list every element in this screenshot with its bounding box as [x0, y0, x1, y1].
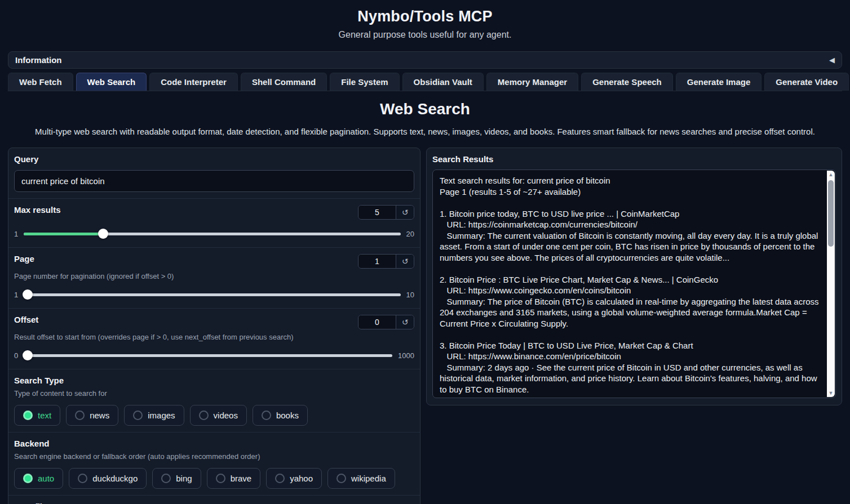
tab-generate-image[interactable]: Generate Image — [676, 73, 762, 91]
information-accordion[interactable]: Information ◀ — [8, 51, 842, 69]
backend-info: Search engine backend or fallback order … — [14, 452, 414, 461]
search-results-panel: Search Results Text search results for: … — [426, 148, 842, 405]
offset-info: Result offset to start from (overrides p… — [14, 333, 414, 341]
radio-circle-icon — [216, 474, 225, 483]
backend-option-duckduckgo[interactable]: duckduckgo — [69, 468, 147, 489]
scroll-up-icon[interactable]: ▲ — [827, 171, 835, 179]
radio-option-label: videos — [214, 411, 238, 420]
radio-option-label: bing — [176, 474, 192, 483]
page-reset-button[interactable]: ↺ — [396, 255, 414, 268]
backend-option-bing[interactable]: bing — [152, 468, 201, 489]
page-number-input[interactable] — [358, 255, 396, 268]
date-filter-label: Date filter — [14, 502, 53, 504]
page-min-label: 1 — [14, 291, 18, 299]
search-form-panel: Query Max results ↺ 1 — [8, 148, 420, 504]
offset-reset-button[interactable]: ↺ — [396, 315, 414, 329]
backend-label: Backend — [14, 439, 50, 448]
scroll-down-icon[interactable]: ▼ — [827, 389, 835, 397]
slider-handle[interactable] — [98, 229, 108, 239]
search-type-block: Search Type Type of content to search fo… — [8, 369, 420, 432]
results-textarea[interactable]: Text search results for: current price o… — [432, 170, 836, 398]
query-label: Query — [14, 154, 38, 164]
radio-circle-icon — [337, 474, 346, 483]
tab-generate-video[interactable]: Generate Video — [764, 73, 849, 91]
max-results-block: Max results ↺ 1 20 — [8, 199, 420, 248]
radio-option-label: brave — [231, 474, 252, 483]
slider-handle[interactable] — [23, 289, 33, 300]
results-text: Text search results for: current price o… — [433, 170, 826, 398]
app-title: Nymbo/Tools MCP — [8, 8, 842, 25]
slider-track — [24, 354, 392, 357]
backend-option-wikipedia[interactable]: wikipedia — [327, 468, 395, 489]
max-results-max-label: 20 — [406, 230, 414, 238]
radio-circle-icon — [78, 474, 87, 483]
backend-option-brave[interactable]: brave — [207, 468, 261, 489]
search-type-option-books[interactable]: books — [253, 405, 308, 426]
app-root: Nymbo/Tools MCP General purpose tools us… — [0, 0, 850, 504]
tab-file-system[interactable]: File System — [330, 73, 399, 91]
query-input[interactable] — [14, 170, 414, 192]
backend-option-auto[interactable]: auto — [14, 468, 63, 489]
search-type-option-videos[interactable]: videos — [190, 405, 247, 426]
page-max-label: 10 — [406, 291, 414, 299]
offset-number-input[interactable] — [358, 315, 396, 329]
results-scrollbar[interactable]: ▲ ▼ — [827, 171, 835, 397]
radio-circle-icon — [199, 411, 209, 420]
accordion-collapse-icon[interactable]: ◀ — [829, 56, 835, 64]
scrollbar-thumb[interactable] — [828, 180, 834, 247]
max-results-reset-button[interactable]: ↺ — [396, 206, 414, 219]
offset-label: Offset — [14, 315, 38, 324]
page-block: Page ↺ Page number for pagination (ignor… — [8, 248, 420, 309]
radio-option-label: yahoo — [290, 474, 313, 483]
page-description: Multi-type web search with readable outp… — [8, 127, 842, 136]
radio-option-label: news — [90, 411, 109, 420]
page-number: ↺ — [358, 254, 414, 269]
backend-block: Backend Search engine backend or fallbac… — [8, 432, 420, 496]
radio-circle-icon — [275, 474, 285, 483]
max-results-label: Max results — [14, 205, 61, 215]
tab-web-fetch[interactable]: Web Fetch — [8, 73, 73, 91]
backend-option-yahoo[interactable]: yahoo — [266, 468, 322, 489]
page-title: Web Search — [8, 100, 842, 118]
information-accordion-label: Information — [15, 55, 62, 65]
radio-circle-icon — [161, 474, 171, 483]
offset-slider[interactable] — [24, 350, 392, 360]
tab-bar: Web FetchWeb SearchCode InterpreterShell… — [8, 73, 842, 91]
search-type-option-text[interactable]: text — [14, 405, 60, 426]
radio-option-label: books — [276, 411, 299, 420]
search-type-label: Search Type — [14, 376, 64, 385]
main-content: Query Max results ↺ 1 — [8, 148, 842, 504]
radio-circle-icon — [133, 411, 143, 420]
radio-option-label: images — [148, 411, 175, 420]
tab-generate-speech[interactable]: Generate Speech — [581, 73, 673, 91]
radio-option-label: auto — [38, 474, 54, 483]
date-filter-block: Date filter Limit results to: day, week,… — [8, 496, 420, 504]
tab-web-search[interactable]: Web Search — [76, 73, 147, 91]
search-type-option-images[interactable]: images — [124, 405, 184, 426]
radio-option-label: wikipedia — [351, 474, 386, 483]
tab-shell-command[interactable]: Shell Command — [241, 73, 327, 91]
max-results-number-input[interactable] — [358, 206, 396, 219]
slider-handle[interactable] — [23, 350, 33, 360]
app-header: Nymbo/Tools MCP General purpose tools us… — [8, 6, 842, 40]
page-slider[interactable] — [24, 289, 400, 300]
max-results-slider[interactable] — [24, 229, 400, 239]
search-type-info: Type of content to search for — [14, 389, 414, 398]
search-type-options: textnewsimagesvideosbooks — [14, 405, 414, 426]
offset-block: Offset ↺ Result offset to start from (ov… — [8, 309, 420, 369]
radio-option-label: duckduckgo — [92, 474, 138, 483]
tab-obsidian-vault[interactable]: Obsidian Vault — [402, 73, 484, 91]
offset-min-label: 0 — [14, 351, 18, 360]
reset-icon: ↺ — [402, 257, 409, 266]
page-label: Page — [14, 254, 34, 264]
results-label: Search Results — [427, 148, 842, 164]
app-subtitle: General purpose tools useful for any age… — [8, 30, 842, 40]
tab-code-interpreter[interactable]: Code Interpreter — [149, 73, 238, 91]
radio-circle-icon — [23, 474, 33, 483]
radio-circle-icon — [262, 411, 271, 420]
tab-memory-manager[interactable]: Memory Manager — [486, 73, 578, 91]
query-block: Query — [8, 148, 420, 199]
radio-circle-icon — [23, 411, 33, 420]
search-type-option-news[interactable]: news — [66, 405, 118, 426]
offset-max-label: 1000 — [398, 351, 414, 360]
